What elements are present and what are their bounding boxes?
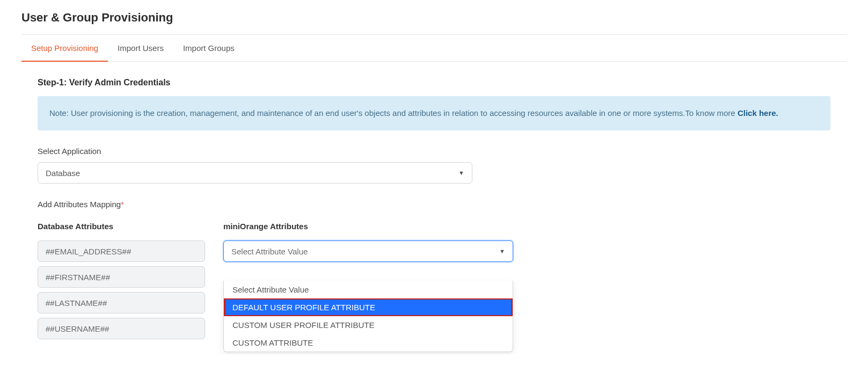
db-attr-firstname[interactable]: ##FIRSTNAME## [38,266,205,288]
mo-attr-placeholder: Select Attribute Value [231,247,308,256]
mo-attr-select-0[interactable]: Select Attribute Value ▼ [223,240,513,262]
mapping-label-text: Add Attributes Mapping [38,200,121,209]
dropdown-option-default-user-profile[interactable]: DEFAULT USER PROFILE ATTRIBUTE [224,298,513,316]
info-note: Note: User provisioning is the creation,… [38,96,830,130]
chevron-down-icon: ▼ [499,248,505,254]
db-attr-lastname[interactable]: ##LASTNAME## [38,292,205,313]
db-attr-username[interactable]: ##USERNAME## [38,318,205,339]
database-attributes-heading: Database Attributes [38,222,205,231]
info-text: Note: User provisioning is the creation,… [49,108,738,118]
db-attr-email[interactable]: ##EMAIL_ADDRESS## [38,240,205,262]
step-heading: Step-1: Verify Admin Credentials [38,78,830,87]
mo-attr-dropdown-list: Select Attribute Value DEFAULT USER PROF… [223,281,513,352]
tab-import-groups[interactable]: Import Groups [173,35,244,61]
tabs: Setup Provisioning Import Users Import G… [21,34,847,62]
dropdown-option-placeholder[interactable]: Select Attribute Value [224,281,513,298]
select-application-value: Database [46,169,80,178]
tab-import-users[interactable]: Import Users [108,35,173,61]
dropdown-option-custom-attribute[interactable]: CUSTOM ATTRIBUTE [224,334,513,352]
required-star-icon: * [121,200,124,209]
info-link[interactable]: Click here. [738,108,778,118]
page-title: User & Group Provisioning [21,11,847,25]
select-application-label: Select Application [38,147,472,156]
select-application-dropdown[interactable]: Database ▼ [38,162,472,184]
add-attributes-mapping-label: Add Attributes Mapping* [38,200,830,209]
dropdown-option-custom-user-profile[interactable]: CUSTOM USER PROFILE ATTRIBUTE [224,316,513,334]
chevron-down-icon: ▼ [458,170,464,176]
tab-setup-provisioning[interactable]: Setup Provisioning [21,35,108,61]
miniorange-attributes-heading: miniOrange Attributes [223,222,513,231]
